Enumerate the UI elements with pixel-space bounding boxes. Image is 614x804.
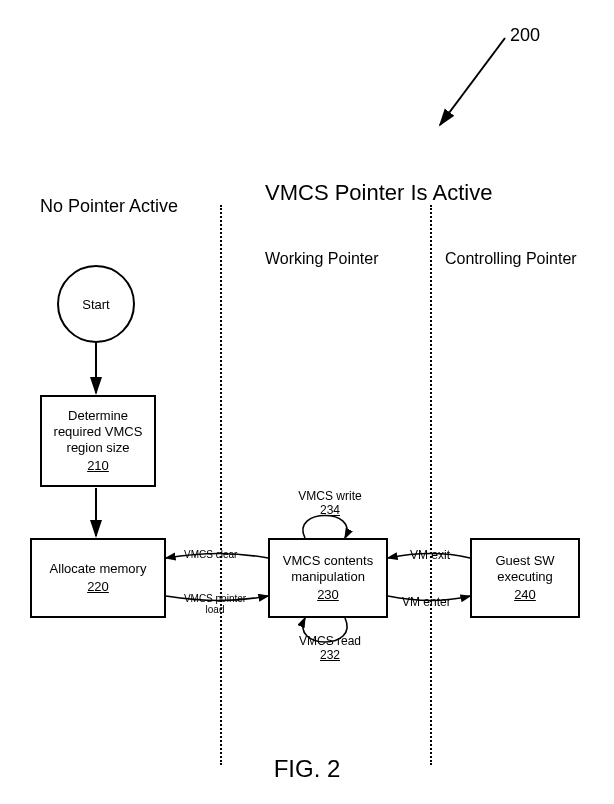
- edge-vmcs-clear: VMCS clear: [184, 549, 237, 560]
- node-determine-line2: required VMCS: [54, 424, 143, 440]
- node-allocate: Allocate memory 220: [30, 538, 166, 618]
- node-guest-line2: executing: [497, 569, 553, 585]
- header-no-pointer: No Pointer Active: [40, 196, 178, 217]
- node-guest-line1: Guest SW: [495, 553, 554, 569]
- node-determine-line3: region size: [67, 440, 130, 456]
- loop-vmcs-read: VMCS read 232: [290, 635, 370, 663]
- region-divider-2: [430, 205, 432, 765]
- edge-vm-enter: VM enter: [402, 596, 451, 609]
- node-manip-ref: 230: [317, 587, 339, 603]
- node-manip-line2: manipulation: [291, 569, 365, 585]
- edge-vmcs-pointer-load: VMCS pointer load: [180, 593, 250, 615]
- diagram-canvas: { "figure_id": "200", "headers": { "no_p…: [0, 0, 614, 804]
- node-determine-ref: 210: [87, 458, 109, 474]
- node-determine: Determine required VMCS region size 210: [40, 395, 156, 487]
- node-manipulation: VMCS contents manipulation 230: [268, 538, 388, 618]
- node-guest-ref: 240: [514, 587, 536, 603]
- edge-vm-exit: VM exit: [410, 549, 450, 562]
- node-start: Start: [57, 265, 135, 343]
- loop-vmcs-write: VMCS write 234: [290, 490, 370, 518]
- subheader-controlling: Controlling Pointer: [445, 250, 577, 268]
- node-start-label: Start: [82, 297, 109, 312]
- subheader-working: Working Pointer: [265, 250, 379, 268]
- node-determine-line1: Determine: [68, 408, 128, 424]
- svg-line-0: [440, 38, 505, 125]
- figure-number-label: 200: [510, 25, 540, 46]
- node-manip-line1: VMCS contents: [283, 553, 373, 569]
- figure-caption: FIG. 2: [0, 755, 614, 783]
- region-divider-1: [220, 205, 222, 765]
- node-allocate-ref: 220: [87, 579, 109, 595]
- node-guest: Guest SW executing 240: [470, 538, 580, 618]
- header-active: VMCS Pointer Is Active: [265, 180, 492, 206]
- node-allocate-line1: Allocate memory: [50, 561, 147, 577]
